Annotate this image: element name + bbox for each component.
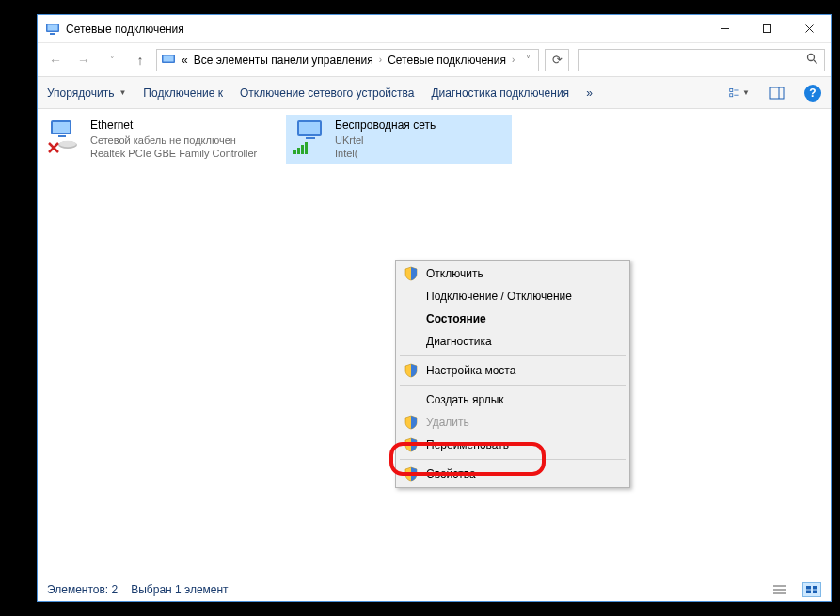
organize-menu[interactable]: Упорядочить ▼	[47, 87, 126, 100]
connection-ethernet[interactable]: Ethernet Сетевой кабель не подключен Rea…	[41, 115, 277, 164]
disable-device-button[interactable]: Отключение сетевого устройства	[240, 87, 414, 100]
breadcrumb-part-1[interactable]: Все элементы панели управления	[192, 54, 375, 67]
close-button[interactable]	[788, 15, 831, 42]
chevron-down-icon[interactable]: ˅	[520, 55, 536, 65]
cm-status[interactable]: Состояние	[398, 308, 627, 330]
nav-up-button[interactable]: ↑	[128, 48, 152, 72]
connection-status: Сетевой кабель не подключен	[90, 134, 257, 147]
chevron-down-icon: ▼	[119, 88, 126, 97]
connection-name: Ethernet	[90, 118, 257, 134]
nav-forward-button[interactable]: →	[71, 48, 96, 72]
connection-text: Ethernet Сетевой кабель не подключен Rea…	[90, 118, 257, 160]
cm-bridge[interactable]: Настройка моста	[398, 359, 627, 382]
nav-back-button[interactable]: ←	[43, 48, 68, 72]
svg-rect-4	[764, 25, 771, 33]
large-icons-view-button[interactable]	[802, 582, 821, 597]
svg-rect-28	[297, 148, 300, 154]
connection-adapter: Realtek PCIe GBE Family Controller	[90, 147, 257, 160]
ethernet-icon	[47, 118, 85, 156]
cm-diagnose[interactable]: Диагностика	[398, 330, 627, 353]
svg-rect-35	[813, 586, 817, 590]
svg-rect-2	[50, 33, 55, 35]
connection-name: Беспроводная сеть	[335, 118, 436, 134]
view-options-button[interactable]: ▼	[729, 83, 750, 103]
svg-rect-19	[58, 135, 66, 137]
svg-rect-11	[730, 88, 733, 91]
shield-icon	[404, 466, 419, 482]
svg-rect-26	[306, 137, 315, 139]
maximize-button[interactable]	[746, 15, 788, 42]
window-title: Сетевые подключения	[66, 23, 704, 36]
cm-create-shortcut[interactable]: Создать ярлык	[398, 388, 627, 411]
chevron-right-icon[interactable]: ›	[377, 55, 384, 65]
connect-to-button[interactable]: Подключение к	[143, 87, 223, 100]
connection-wifi[interactable]: Беспроводная сеть UKrtel Intel(	[286, 115, 512, 164]
svg-point-9	[808, 54, 815, 60]
svg-rect-12	[730, 93, 733, 96]
svg-rect-29	[301, 145, 304, 154]
svg-rect-34	[806, 586, 811, 590]
network-connections-window: Сетевые подключения ← → ˅ ↑ « Все элемен…	[37, 14, 832, 602]
svg-rect-18	[53, 122, 70, 133]
toolbar: Упорядочить ▼ Подключение к Отключение с…	[38, 77, 831, 109]
svg-rect-1	[48, 24, 58, 30]
chevron-right-icon[interactable]: ›	[510, 55, 516, 65]
svg-rect-25	[299, 122, 320, 134]
separator	[400, 355, 626, 356]
cm-delete[interactable]: Удалить	[398, 411, 627, 434]
context-menu: Отключить Подключение / Отключение Состо…	[395, 260, 630, 488]
details-view-button[interactable]	[770, 582, 789, 597]
breadcrumb-part-2[interactable]: Сетевые подключения	[386, 54, 508, 67]
statusbar: Элементов: 2 Выбран 1 элемент	[38, 577, 831, 601]
search-icon	[806, 53, 818, 68]
shield-icon	[404, 363, 419, 378]
svg-rect-27	[293, 150, 296, 154]
svg-rect-36	[806, 590, 811, 593]
content-area[interactable]: Ethernet Сетевой кабель не подключен Rea…	[38, 109, 831, 577]
breadcrumb[interactable]: « Все элементы панели управления › Сетев…	[156, 49, 539, 71]
svg-rect-8	[164, 55, 174, 61]
titlebar: Сетевые подключения	[38, 15, 831, 43]
connection-text: Беспроводная сеть UKrtel Intel(	[335, 118, 436, 160]
help-button[interactable]: ?	[804, 85, 821, 102]
breadcrumb-icon	[161, 53, 176, 68]
status-item-count: Элементов: 2	[47, 583, 118, 596]
window-controls	[704, 15, 831, 42]
cm-disable[interactable]: Отключить	[398, 262, 627, 285]
svg-line-10	[814, 60, 817, 64]
svg-rect-37	[813, 590, 817, 593]
svg-point-21	[59, 141, 76, 147]
cm-rename[interactable]: Переименовать	[398, 434, 627, 456]
connection-ssid: UKrtel	[335, 134, 436, 147]
cm-connect-disconnect[interactable]: Подключение / Отключение	[398, 285, 627, 308]
svg-rect-30	[305, 142, 308, 154]
chevron-down-icon: ▼	[742, 88, 750, 97]
status-selected: Выбран 1 элемент	[131, 583, 228, 596]
separator	[400, 459, 626, 460]
cm-properties[interactable]: Свойства	[398, 463, 627, 485]
minimize-button[interactable]	[704, 15, 746, 42]
shield-icon	[404, 266, 419, 281]
shield-icon	[404, 437, 419, 452]
breadcrumb-prefix: «	[180, 54, 190, 67]
search-input[interactable]	[578, 49, 825, 71]
wifi-icon	[292, 118, 329, 156]
nav-recent-dropdown[interactable]: ˅	[100, 48, 124, 72]
more-commands-button[interactable]: »	[586, 87, 593, 100]
navbar: ← → ˅ ↑ « Все элементы панели управления…	[38, 43, 831, 77]
diagnose-button[interactable]: Диагностика подключения	[431, 87, 569, 100]
connection-adapter: Intel(	[335, 147, 436, 160]
preview-pane-button[interactable]	[767, 83, 787, 103]
svg-rect-15	[770, 87, 784, 99]
shield-icon	[404, 415, 419, 430]
separator	[400, 385, 626, 386]
app-icon	[45, 22, 60, 37]
refresh-button[interactable]: ⟳	[545, 49, 569, 71]
